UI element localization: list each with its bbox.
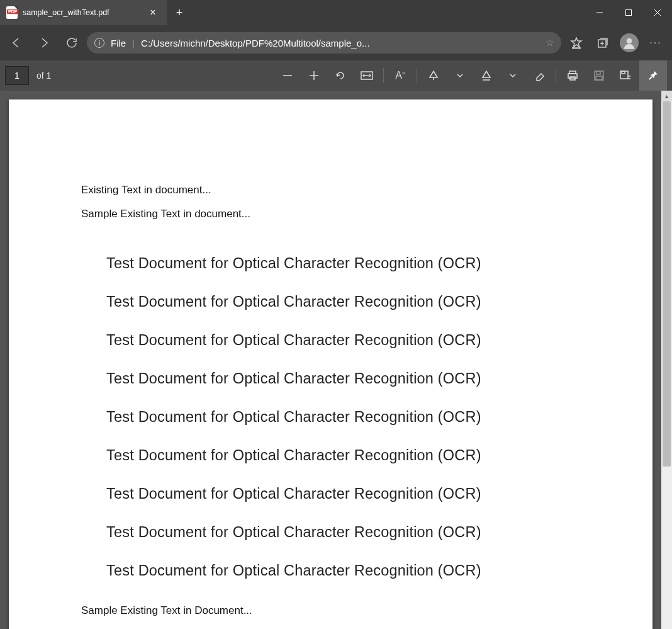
collections-icon[interactable] bbox=[590, 30, 615, 55]
toolbar-divider bbox=[417, 68, 417, 83]
svg-rect-24 bbox=[622, 71, 625, 74]
back-button[interactable] bbox=[4, 30, 29, 55]
svg-point-9 bbox=[627, 38, 632, 43]
toolbar-divider bbox=[556, 68, 556, 83]
ocr-text-line: Test Document for Optical Character Reco… bbox=[106, 255, 580, 272]
minimize-button[interactable] bbox=[585, 0, 614, 25]
ocr-text-line: Test Document for Optical Character Reco… bbox=[106, 293, 580, 310]
draw-button[interactable] bbox=[421, 64, 446, 88]
tab-title: sample_ocr_withText.pdf bbox=[23, 8, 140, 17]
highlight-dropdown[interactable] bbox=[500, 64, 525, 88]
svg-rect-1 bbox=[626, 10, 632, 16]
info-icon[interactable]: i bbox=[94, 38, 104, 48]
ocr-text-line: Test Document for Optical Character Reco… bbox=[106, 447, 580, 464]
maximize-button[interactable] bbox=[614, 0, 643, 25]
window-controls bbox=[585, 0, 672, 25]
titlebar: sample_ocr_withText.pdf × + bbox=[0, 0, 672, 25]
page-number-input[interactable] bbox=[5, 66, 29, 85]
doc-text-line: Existing Text in document... bbox=[81, 184, 580, 196]
favorite-star-icon[interactable]: ☆ bbox=[546, 37, 554, 48]
ocr-text-line: Test Document for Optical Character Reco… bbox=[106, 562, 580, 579]
save-as-button[interactable] bbox=[613, 64, 638, 88]
svg-rect-21 bbox=[596, 71, 600, 74]
profile-button[interactable] bbox=[617, 30, 642, 55]
page-scroll-area[interactable]: Existing Text in document... Sample Exis… bbox=[0, 91, 661, 629]
doc-text-line: Sample Existing Text in document... bbox=[81, 208, 580, 220]
scrollbar-thumb[interactable] bbox=[663, 101, 671, 467]
address-bar[interactable]: i File | C:/Users/michn/Desktop/PDF%20Mu… bbox=[87, 32, 561, 54]
browser-tab[interactable]: sample_ocr_withText.pdf × bbox=[0, 0, 167, 25]
pin-toolbar-button[interactable] bbox=[639, 60, 667, 91]
ocr-text-line: Test Document for Optical Character Reco… bbox=[106, 332, 580, 349]
favorites-icon[interactable] bbox=[564, 30, 589, 55]
save-button[interactable] bbox=[586, 64, 612, 88]
content-area: Existing Text in document... Sample Exis… bbox=[0, 91, 672, 629]
print-button[interactable] bbox=[560, 64, 585, 88]
pdf-toolbar: of 1 A» bbox=[0, 60, 672, 91]
zoom-in-button[interactable] bbox=[301, 64, 327, 88]
menu-button[interactable]: ··· bbox=[643, 30, 668, 55]
url-scheme: File bbox=[111, 38, 126, 48]
svg-rect-18 bbox=[568, 74, 577, 78]
new-tab-button[interactable]: + bbox=[167, 0, 192, 25]
avatar-icon bbox=[620, 33, 639, 52]
erase-button[interactable] bbox=[527, 64, 552, 88]
highlight-button[interactable] bbox=[474, 64, 499, 88]
vertical-scrollbar[interactable] bbox=[661, 91, 672, 629]
ocr-text-line: Test Document for Optical Character Reco… bbox=[106, 409, 580, 426]
read-aloud-button[interactable]: A» bbox=[388, 64, 413, 88]
ocr-text-line: Test Document for Optical Character Reco… bbox=[106, 524, 580, 541]
pdf-page: Existing Text in document... Sample Exis… bbox=[9, 99, 652, 629]
url-path: C:/Users/michn/Desktop/PDF%20Multitool/s… bbox=[141, 38, 539, 48]
draw-dropdown[interactable] bbox=[447, 64, 473, 88]
refresh-button[interactable] bbox=[59, 30, 84, 55]
ocr-text-line: Test Document for Optical Character Reco… bbox=[106, 485, 580, 502]
ocr-text-line: Test Document for Optical Character Reco… bbox=[106, 370, 580, 387]
doc-text-line: Sample Existing Text in Document... bbox=[81, 604, 580, 617]
url-divider: | bbox=[132, 38, 135, 48]
fit-page-button[interactable] bbox=[354, 64, 379, 88]
zoom-out-button[interactable] bbox=[275, 64, 300, 88]
forward-button[interactable] bbox=[31, 30, 57, 55]
pdf-file-icon bbox=[6, 6, 18, 19]
close-tab-icon[interactable]: × bbox=[145, 5, 160, 20]
close-window-button[interactable] bbox=[643, 0, 672, 25]
svg-line-26 bbox=[649, 77, 652, 79]
toolbar-divider bbox=[383, 68, 384, 83]
navbar: i File | C:/Users/michn/Desktop/PDF%20Mu… bbox=[0, 25, 672, 60]
rotate-button[interactable] bbox=[328, 64, 353, 88]
page-count-label: of 1 bbox=[36, 71, 51, 81]
svg-rect-22 bbox=[596, 76, 602, 80]
